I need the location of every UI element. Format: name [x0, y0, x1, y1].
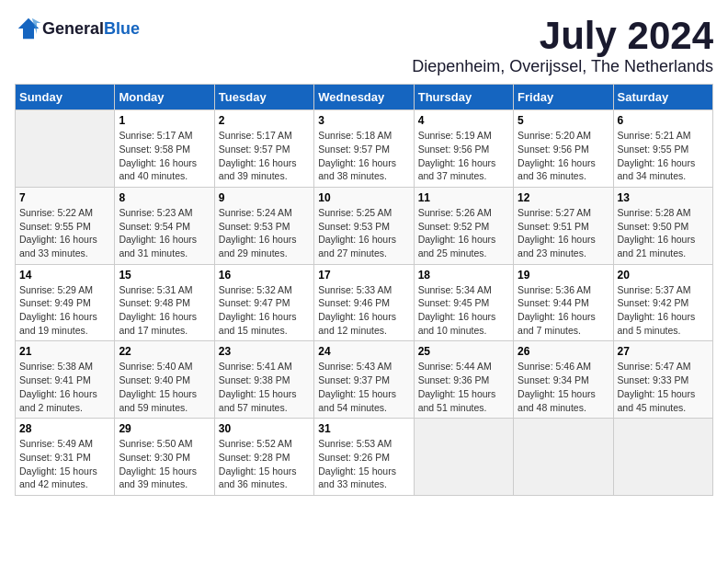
calendar-cell: 7Sunrise: 5:22 AM Sunset: 9:55 PM Daylig…: [16, 187, 115, 264]
col-header-friday: Friday: [514, 85, 613, 110]
day-info: Sunrise: 5:20 AM Sunset: 9:56 PM Dayligh…: [518, 129, 609, 183]
calendar-cell: 9Sunrise: 5:24 AM Sunset: 9:53 PM Daylig…: [214, 187, 313, 264]
day-info: Sunrise: 5:50 AM Sunset: 9:30 PM Dayligh…: [119, 437, 210, 491]
calendar-cell: [613, 419, 712, 496]
calendar-cell: 19Sunrise: 5:36 AM Sunset: 9:44 PM Dayli…: [514, 264, 613, 341]
calendar-week-4: 21Sunrise: 5:38 AM Sunset: 9:41 PM Dayli…: [16, 341, 713, 419]
day-number: 1: [119, 114, 210, 127]
calendar-week-5: 28Sunrise: 5:49 AM Sunset: 9:31 PM Dayli…: [16, 419, 713, 496]
day-info: Sunrise: 5:34 AM Sunset: 9:45 PM Dayligh…: [418, 283, 509, 338]
calendar-cell: 22Sunrise: 5:40 AM Sunset: 9:40 PM Dayli…: [115, 341, 214, 419]
calendar-cell: 12Sunrise: 5:27 AM Sunset: 9:51 PM Dayli…: [514, 187, 613, 264]
day-info: Sunrise: 5:40 AM Sunset: 9:40 PM Dayligh…: [119, 360, 210, 414]
title-section: July 2024 Diepenheim, Overijssel, The Ne…: [412, 15, 713, 76]
col-header-saturday: Saturday: [613, 85, 712, 110]
day-number: 20: [618, 269, 709, 282]
logo: GeneralBlue: [15, 15, 140, 42]
day-info: Sunrise: 5:18 AM Sunset: 9:57 PM Dayligh…: [318, 129, 409, 183]
day-number: 17: [318, 269, 409, 282]
calendar-cell: 16Sunrise: 5:32 AM Sunset: 9:47 PM Dayli…: [214, 264, 313, 341]
day-number: 2: [219, 114, 310, 127]
calendar-cell: 27Sunrise: 5:47 AM Sunset: 9:33 PM Dayli…: [613, 341, 712, 419]
col-header-monday: Monday: [115, 85, 214, 110]
day-number: 8: [119, 191, 210, 204]
day-number: 7: [19, 191, 110, 204]
calendar-cell: 15Sunrise: 5:31 AM Sunset: 9:48 PM Dayli…: [115, 264, 214, 341]
day-number: 6: [618, 114, 709, 127]
day-info: Sunrise: 5:41 AM Sunset: 9:38 PM Dayligh…: [219, 360, 310, 414]
calendar-cell: 10Sunrise: 5:25 AM Sunset: 9:53 PM Dayli…: [314, 187, 414, 264]
logo-general: General: [42, 19, 104, 39]
calendar-cell: 25Sunrise: 5:44 AM Sunset: 9:36 PM Dayli…: [414, 341, 513, 419]
calendar-cell: 14Sunrise: 5:29 AM Sunset: 9:49 PM Dayli…: [16, 264, 115, 341]
day-info: Sunrise: 5:53 AM Sunset: 9:26 PM Dayligh…: [318, 437, 409, 491]
calendar-cell: 2Sunrise: 5:17 AM Sunset: 9:57 PM Daylig…: [214, 110, 313, 188]
day-number: 9: [219, 191, 310, 204]
calendar-cell: 20Sunrise: 5:37 AM Sunset: 9:42 PM Dayli…: [613, 264, 712, 341]
calendar-cell: 5Sunrise: 5:20 AM Sunset: 9:56 PM Daylig…: [514, 110, 613, 188]
day-number: 18: [418, 269, 509, 282]
day-info: Sunrise: 5:43 AM Sunset: 9:37 PM Dayligh…: [318, 360, 409, 414]
day-number: 15: [119, 269, 210, 282]
day-info: Sunrise: 5:52 AM Sunset: 9:28 PM Dayligh…: [219, 437, 310, 491]
day-info: Sunrise: 5:37 AM Sunset: 9:42 PM Dayligh…: [618, 283, 709, 338]
day-number: 12: [518, 191, 609, 204]
day-number: 13: [618, 191, 709, 204]
day-info: Sunrise: 5:25 AM Sunset: 9:53 PM Dayligh…: [318, 206, 409, 260]
calendar-cell: 24Sunrise: 5:43 AM Sunset: 9:37 PM Dayli…: [314, 341, 414, 419]
col-header-tuesday: Tuesday: [214, 85, 313, 110]
day-info: Sunrise: 5:26 AM Sunset: 9:52 PM Dayligh…: [418, 206, 509, 260]
day-info: Sunrise: 5:19 AM Sunset: 9:56 PM Dayligh…: [418, 129, 509, 183]
calendar-cell: 18Sunrise: 5:34 AM Sunset: 9:45 PM Dayli…: [414, 264, 513, 341]
calendar-cell: 11Sunrise: 5:26 AM Sunset: 9:52 PM Dayli…: [414, 187, 513, 264]
calendar-cell: 13Sunrise: 5:28 AM Sunset: 9:50 PM Dayli…: [613, 187, 712, 264]
day-number: 3: [318, 114, 409, 127]
calendar-cell: 26Sunrise: 5:46 AM Sunset: 9:34 PM Dayli…: [514, 341, 613, 419]
logo-icon: [15, 15, 42, 42]
calendar-cell: 8Sunrise: 5:23 AM Sunset: 9:54 PM Daylig…: [115, 187, 214, 264]
col-header-thursday: Thursday: [414, 85, 513, 110]
calendar-week-2: 7Sunrise: 5:22 AM Sunset: 9:55 PM Daylig…: [16, 187, 713, 264]
col-header-wednesday: Wednesday: [314, 85, 414, 110]
day-info: Sunrise: 5:22 AM Sunset: 9:55 PM Dayligh…: [19, 206, 110, 260]
day-number: 28: [19, 422, 110, 435]
day-number: 29: [119, 422, 210, 435]
day-number: 26: [518, 345, 609, 358]
calendar-cell: [514, 419, 613, 496]
day-number: 16: [219, 269, 310, 282]
day-info: Sunrise: 5:36 AM Sunset: 9:44 PM Dayligh…: [518, 283, 609, 338]
day-info: Sunrise: 5:29 AM Sunset: 9:49 PM Dayligh…: [19, 283, 110, 338]
day-number: 31: [318, 422, 409, 435]
calendar-cell: [16, 110, 115, 188]
day-number: 22: [119, 345, 210, 358]
day-number: 27: [618, 345, 709, 358]
calendar-cell: 21Sunrise: 5:38 AM Sunset: 9:41 PM Dayli…: [16, 341, 115, 419]
calendar-cell: 31Sunrise: 5:53 AM Sunset: 9:26 PM Dayli…: [314, 419, 414, 496]
main-title: July 2024: [412, 15, 713, 57]
day-number: 25: [418, 345, 509, 358]
day-number: 5: [518, 114, 609, 127]
calendar-table: SundayMondayTuesdayWednesdayThursdayFrid…: [15, 84, 713, 496]
day-number: 23: [219, 345, 310, 358]
day-number: 30: [219, 422, 310, 435]
day-number: 19: [518, 269, 609, 282]
calendar-cell: 6Sunrise: 5:21 AM Sunset: 9:55 PM Daylig…: [613, 110, 712, 188]
day-number: 21: [19, 345, 110, 358]
calendar-cell: 28Sunrise: 5:49 AM Sunset: 9:31 PM Dayli…: [16, 419, 115, 496]
day-number: 24: [318, 345, 409, 358]
day-info: Sunrise: 5:47 AM Sunset: 9:33 PM Dayligh…: [618, 360, 709, 414]
calendar-cell: 17Sunrise: 5:33 AM Sunset: 9:46 PM Dayli…: [314, 264, 414, 341]
day-info: Sunrise: 5:49 AM Sunset: 9:31 PM Dayligh…: [19, 437, 110, 491]
calendar-cell: 23Sunrise: 5:41 AM Sunset: 9:38 PM Dayli…: [214, 341, 313, 419]
day-info: Sunrise: 5:44 AM Sunset: 9:36 PM Dayligh…: [418, 360, 509, 414]
calendar-cell: 1Sunrise: 5:17 AM Sunset: 9:58 PM Daylig…: [115, 110, 214, 188]
day-info: Sunrise: 5:24 AM Sunset: 9:53 PM Dayligh…: [219, 206, 310, 260]
day-number: 11: [418, 191, 509, 204]
day-info: Sunrise: 5:33 AM Sunset: 9:46 PM Dayligh…: [318, 283, 409, 338]
day-info: Sunrise: 5:46 AM Sunset: 9:34 PM Dayligh…: [518, 360, 609, 414]
calendar-cell: 4Sunrise: 5:19 AM Sunset: 9:56 PM Daylig…: [414, 110, 513, 188]
day-number: 10: [318, 191, 409, 204]
day-info: Sunrise: 5:32 AM Sunset: 9:47 PM Dayligh…: [219, 283, 310, 338]
calendar-cell: [414, 419, 513, 496]
logo-blue: Blue: [104, 19, 140, 39]
